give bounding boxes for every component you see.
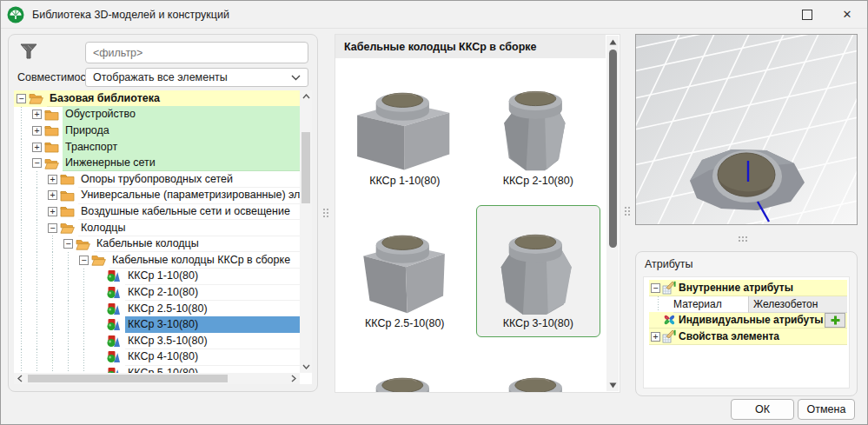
model-tile[interactable] — [342, 348, 467, 393]
model-tile[interactable]: ККСр 2-10(80) — [476, 63, 601, 195]
attribute-value[interactable]: Железобетон — [748, 296, 847, 313]
model-icon — [107, 350, 123, 364]
tree-item[interactable]: +Универсальные (параметризированные) эле… — [14, 188, 300, 204]
model-tile[interactable] — [476, 348, 601, 393]
scroll-down-icon[interactable] — [606, 379, 619, 391]
collapse-icon[interactable]: − — [48, 223, 57, 233]
tree-item-label: Опоры трубопроводных сетей — [78, 170, 300, 188]
tree-item[interactable]: ККСр 4-10(80) — [14, 349, 300, 366]
tree-item-label: ККСр 2.5-10(80) — [125, 300, 300, 317]
model-thumbnail — [477, 63, 599, 173]
tree-item-label: Обустройство — [63, 106, 300, 123]
close-button[interactable]: ✕ — [827, 2, 867, 28]
expand-icon[interactable]: + — [48, 207, 57, 216]
tree-item[interactable]: +Природа — [14, 123, 300, 139]
expand-icon[interactable]: + — [32, 110, 42, 119]
tree-guide-line — [14, 236, 30, 252]
tree-item[interactable]: ККСр 3-10(80) — [14, 316, 300, 333]
model-3d-preview[interactable] — [635, 34, 858, 225]
expand-icon[interactable]: + — [32, 126, 42, 136]
tree-guide-line — [45, 284, 61, 301]
tree-guide-line — [30, 349, 45, 366]
folder-closed-icon — [60, 172, 76, 186]
tree-item-label: ККСр 3.5-10(80) — [125, 332, 300, 349]
tree-item[interactable]: −Колодцы — [14, 220, 300, 236]
tree-item[interactable]: +Обустройство — [14, 107, 300, 123]
models-vertical-scrollbar[interactable] — [606, 36, 619, 391]
right-splitter-handle[interactable] — [625, 207, 630, 216]
tree-guide-line — [14, 188, 30, 204]
tree-item[interactable]: ККСр 2-10(80) — [14, 284, 300, 301]
model-tile[interactable]: ККСр 1-10(80) — [342, 63, 467, 195]
scroll-right-icon[interactable] — [288, 373, 300, 384]
scrollbar-thumb[interactable] — [301, 132, 310, 203]
model-icon — [107, 318, 123, 332]
scroll-up-icon[interactable] — [300, 90, 312, 103]
tree-guide-line — [649, 296, 673, 312]
tree-item[interactable]: +Транспорт — [14, 139, 300, 156]
tree-guide-line — [45, 301, 61, 317]
tree-item[interactable]: ККСр 3.5-10(80) — [14, 333, 300, 349]
tree-item[interactable]: +Воздушные кабельные сети и освещение — [14, 203, 300, 220]
tree-item[interactable]: −Кабельные колодцы — [14, 236, 300, 252]
expand-icon[interactable]: + — [651, 332, 660, 342]
tree-item-label: Инженерные сети — [63, 155, 300, 172]
tree-guide-line — [14, 203, 30, 220]
maximize-button[interactable] — [787, 2, 827, 28]
attribute-group[interactable]: +Свойства элемента — [649, 329, 847, 345]
model-grid: ККСр 1-10(80)ККСр 2-10(80)ККСр 2.5-10(80… — [342, 63, 600, 393]
expand-icon[interactable]: + — [32, 143, 42, 152]
tree-vertical-scrollbar[interactable] — [300, 90, 312, 373]
expand-icon[interactable]: + — [48, 190, 57, 200]
collapse-icon[interactable]: − — [651, 283, 660, 293]
model-tile[interactable]: ККСр 3-10(80) — [476, 205, 601, 337]
tree-item-label: ККСр 3-10(80) — [125, 316, 300, 334]
tree-item[interactable]: +Опоры трубопроводных сетей — [14, 171, 300, 188]
left-splitter-handle[interactable] — [323, 209, 328, 217]
collapse-icon[interactable]: − — [79, 256, 89, 265]
scrollbar-thumb[interactable] — [28, 375, 228, 382]
attribute-name: Материал — [673, 296, 748, 313]
attribute-group[interactable]: Индивидуальные атрибуты — [649, 312, 847, 329]
collapse-icon[interactable]: − — [17, 94, 26, 103]
collapse-icon[interactable]: − — [63, 239, 73, 249]
tree-horizontal-scrollbar[interactable] — [14, 373, 300, 384]
expand-icon[interactable]: + — [48, 175, 57, 184]
scroll-down-icon[interactable] — [300, 361, 312, 373]
tree-guide-line — [61, 301, 76, 317]
tree-item[interactable]: −Базовая библиотека — [14, 90, 300, 107]
model-thumbnail — [477, 349, 599, 393]
scrollbar-thumb[interactable] — [609, 50, 617, 248]
tree-item[interactable]: −Инженерные сети — [14, 155, 300, 171]
tree-guide-line — [14, 316, 30, 333]
maximize-icon — [802, 10, 812, 20]
tree-guide-line — [76, 333, 92, 349]
attribute-row[interactable]: МатериалЖелезобетон — [649, 296, 847, 312]
scroll-left-icon[interactable] — [14, 373, 26, 384]
tree-item[interactable]: ККСр 5-10(80) — [14, 365, 300, 373]
tree-item-label: Универсальные (параметризированные) эле… — [78, 187, 300, 204]
tree-guide-line — [61, 252, 76, 269]
preview-splitter-handle[interactable] — [739, 236, 747, 242]
add-attribute-button[interactable] — [825, 313, 845, 328]
tree-item-label: Кабельные колодцы — [94, 236, 300, 253]
tree-item-label: ККСр 5-10(80) — [125, 365, 300, 373]
folder-open-icon — [91, 253, 108, 267]
scroll-up-icon[interactable] — [606, 36, 619, 48]
tree-item[interactable]: ККСр 1-10(80) — [14, 269, 300, 285]
filter-input[interactable] — [85, 42, 308, 63]
compatibility-value: Отображать все элементы — [93, 71, 228, 83]
tree-guide-line — [14, 333, 30, 349]
ok-button[interactable]: ОК — [731, 399, 794, 420]
tree-item[interactable]: −Кабельные колодцы ККСр в сборке — [14, 252, 300, 269]
tree-guide-line — [61, 365, 76, 373]
collapse-icon[interactable]: − — [32, 158, 42, 168]
tree-guide-line — [30, 284, 45, 301]
attribute-group[interactable]: −Внутренние атрибуты — [649, 280, 847, 296]
tree-item[interactable]: ККСр 2.5-10(80) — [14, 301, 300, 317]
tree-guide-line — [30, 252, 45, 269]
cancel-button[interactable]: Отмена — [798, 399, 855, 420]
model-tile[interactable]: ККСр 2.5-10(80) — [342, 205, 467, 337]
chevron-down-icon — [291, 75, 301, 81]
compatibility-select[interactable]: Отображать все элементы — [85, 68, 308, 87]
